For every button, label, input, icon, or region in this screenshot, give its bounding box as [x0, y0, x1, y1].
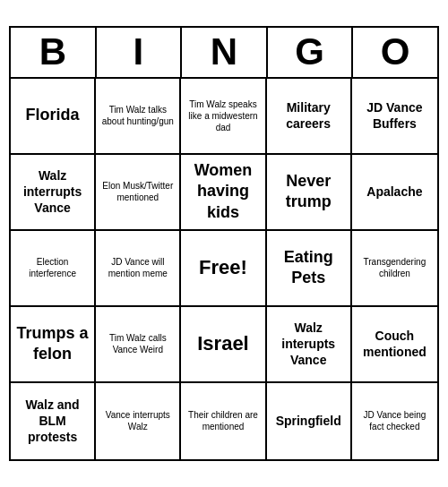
bingo-cell-15: Trumps a felon: [11, 307, 96, 383]
bingo-letter-N: N: [182, 28, 268, 76]
bingo-cell-7: Women having kids: [181, 155, 266, 231]
bingo-cell-20: Walz and BLM protests: [11, 383, 96, 459]
bingo-cell-18: Walz interupts Vance: [267, 307, 352, 383]
cell-text-14: Transgendering children: [356, 256, 434, 279]
cell-text-16: Tim Walz calls Vance Weird: [99, 332, 176, 355]
cell-text-9: Apalache: [366, 184, 422, 200]
cell-text-13: Eating Pets: [271, 247, 347, 289]
bingo-cell-2: Tim Walz speaks like a midwestern dad: [181, 79, 266, 155]
bingo-letter-B: B: [11, 28, 97, 76]
cell-text-10: Election interference: [14, 256, 90, 279]
cell-text-8: Never trump: [271, 171, 347, 213]
bingo-cell-10: Election interference: [11, 231, 96, 307]
bingo-card: BINGO FloridaTim Walz talks about huntin…: [9, 26, 439, 460]
cell-text-5: Walz interrupts Vance: [14, 167, 90, 217]
bingo-cell-24: JD Vance being fact checked: [352, 383, 437, 459]
cell-text-2: Tim Walz speaks like a midwestern dad: [185, 98, 261, 133]
cell-text-11: JD Vance will mention meme: [99, 256, 176, 279]
cell-text-6: Elon Musk/Twitter mentioned: [99, 180, 176, 203]
bingo-cell-9: Apalache: [352, 155, 437, 231]
bingo-cell-16: Tim Walz calls Vance Weird: [96, 307, 181, 383]
bingo-grid: FloridaTim Walz talks about hunting/gunT…: [11, 79, 437, 459]
bingo-letter-I: I: [97, 28, 183, 76]
bingo-cell-6: Elon Musk/Twitter mentioned: [96, 155, 181, 231]
cell-text-24: JD Vance being fact checked: [356, 409, 434, 432]
bingo-cell-23: Springfield: [267, 383, 352, 459]
bingo-cell-21: Vance interrupts Walz: [96, 383, 181, 459]
bingo-cell-0: Florida: [11, 79, 96, 155]
cell-text-15: Trumps a felon: [14, 323, 90, 365]
cell-text-22: Their children are mentioned: [185, 409, 261, 432]
cell-text-4: JD Vance Buffers: [356, 99, 434, 132]
cell-text-1: Tim Walz talks about hunting/gun: [99, 104, 176, 127]
cell-text-7: Women having kids: [185, 160, 261, 223]
bingo-letter-O: O: [353, 28, 437, 76]
bingo-cell-3: Military careers: [267, 79, 352, 155]
bingo-cell-14: Transgendering children: [352, 231, 437, 307]
bingo-cell-22: Their children are mentioned: [181, 383, 266, 459]
cell-text-17: Israel: [197, 331, 249, 357]
cell-text-20: Walz and BLM protests: [14, 397, 90, 446]
cell-text-0: Florida: [26, 105, 80, 125]
cell-text-19: Couch mentioned: [356, 328, 434, 360]
bingo-cell-12: Free!: [181, 231, 266, 307]
bingo-cell-19: Couch mentioned: [352, 307, 437, 383]
bingo-header: BINGO: [11, 28, 437, 78]
bingo-cell-11: JD Vance will mention meme: [96, 231, 181, 307]
bingo-cell-8: Never trump: [267, 155, 352, 231]
cell-text-12: Free!: [199, 255, 247, 281]
cell-text-18: Walz interupts Vance: [271, 320, 347, 369]
cell-text-23: Springfield: [276, 413, 341, 429]
bingo-cell-1: Tim Walz talks about hunting/gun: [96, 79, 181, 155]
bingo-cell-17: Israel: [181, 307, 266, 383]
bingo-cell-13: Eating Pets: [267, 231, 352, 307]
bingo-cell-4: JD Vance Buffers: [352, 79, 437, 155]
cell-text-21: Vance interrupts Walz: [99, 409, 176, 432]
bingo-cell-5: Walz interrupts Vance: [11, 155, 96, 231]
cell-text-3: Military careers: [271, 99, 347, 132]
bingo-letter-G: G: [268, 28, 354, 76]
